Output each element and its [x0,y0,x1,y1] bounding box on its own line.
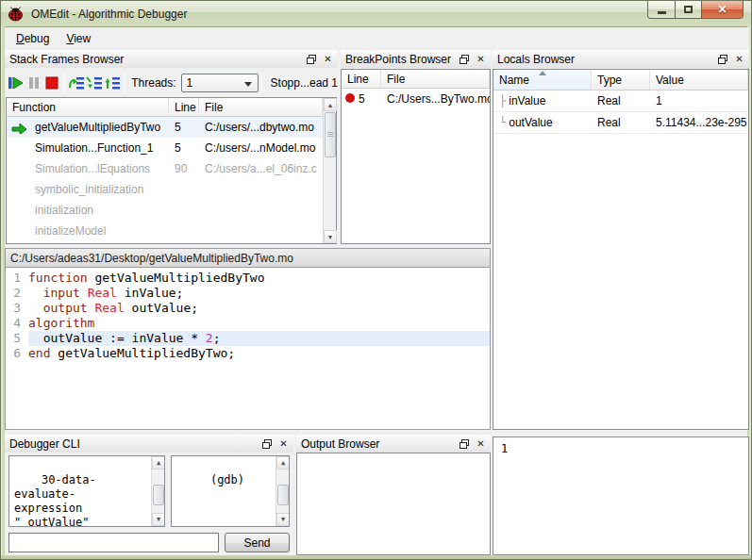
toolbar-separator [124,73,125,93]
stack-frames-title: Stack Frames Browser [9,53,301,66]
scrollbar-thumb[interactable] [325,112,336,157]
scrollbar-thumb[interactable] [153,485,164,505]
code-line: 3 output Real outValue; [6,301,490,316]
table-row[interactable]: Simulation...Function_15C:/users/...nMod… [7,138,323,158]
line-number: 5 [6,331,28,346]
close-icon[interactable]: ✕ [276,437,291,451]
cli-log-scrollbar[interactable]: ▲ ▼ [151,456,164,526]
float-icon[interactable] [259,437,274,451]
code-editor[interactable]: 1function getValueMultipliedByTwo2 input… [5,268,491,430]
column-header-function[interactable]: Function [7,98,169,116]
breakpoints-rows: 5C:/Users...ByTwo.mo [342,89,490,109]
minimize-button[interactable] [647,1,676,19]
close-icon: ✕ [717,3,727,16]
locals-rows: ├inValueReal1└outValueReal5.11434...23e-… [493,91,748,134]
breakpoints-header: Line File [342,70,490,89]
menu-item-debug[interactable]: Debug [8,29,58,48]
table-row[interactable]: initializeModel [7,221,323,241]
code-line: 5 outValue := inValue * 2; [6,331,490,346]
local-name: ├inValue [493,94,592,107]
column-header-file[interactable]: File [381,70,490,88]
breakpoint-line: 5 [342,92,381,106]
float-icon[interactable] [457,437,471,451]
breakpoints-table: Line File 5C:/Users...ByTwo.mo [341,69,491,244]
window-titlebar[interactable]: OMEdit - Algorithmic Debugger ✕ [1,1,751,27]
stack-frame-function: initializeModel [7,224,169,238]
code-text: algorithm [28,316,94,331]
locals-header: Name Type Value [493,70,748,91]
line-number: 2 [6,286,28,301]
scroll-up-icon[interactable]: ▲ [324,98,337,111]
output-browser-content[interactable] [296,453,491,555]
stack-frame-function: getValueMultipliedByTwo [7,121,169,134]
current-frame-arrow-icon [11,123,27,134]
minimize-icon [658,11,666,14]
close-icon[interactable]: ✕ [474,53,488,66]
resume-icon[interactable] [8,71,25,94]
table-row[interactable]: Simulation...lEquations90C:/users/a...el… [7,158,323,179]
output-browser-title: Output Browser [301,437,454,451]
debugger-status: Stopp...ead 1 [271,76,338,90]
float-icon[interactable] [304,53,318,66]
stack-frame-function: symbolic_initialization [7,183,169,196]
menu-item-view[interactable]: View [58,29,99,48]
table-row[interactable]: └outValueReal5.11434...23e-295 [493,112,748,134]
pause-icon[interactable] [25,71,43,94]
stack-frames-header: Function Line File [7,98,323,117]
code-text: outValue := inValue * 2; [28,331,221,346]
column-header-line[interactable]: Line [169,98,199,116]
threads-dropdown[interactable]: 1 [181,74,259,92]
maximize-button[interactable] [676,1,702,19]
close-icon[interactable]: ✕ [474,437,488,451]
scroll-up-icon[interactable]: ▲ [152,456,165,469]
local-name: └outValue [493,116,592,129]
column-header-line[interactable]: Line [342,70,381,88]
column-header-file[interactable]: File [199,98,323,116]
debugger-cli-titlebar: Debugger CLI ✕ [5,435,293,453]
step-over-icon[interactable] [68,71,86,94]
code-text: output Real outValue; [28,301,198,316]
column-header-name[interactable]: Name [493,70,592,90]
scroll-down-icon[interactable]: ▼ [324,230,337,243]
scroll-down-icon[interactable]: ▼ [276,513,290,526]
float-icon[interactable] [715,53,729,66]
cli-command-input[interactable] [8,533,219,552]
column-header-type[interactable]: Type [592,70,650,90]
table-row[interactable]: symbolic_initialization [7,179,323,200]
table-row[interactable]: getValueMultipliedByTwo5C:/users/...dbyt… [7,117,323,138]
editor-file-path: C:/Users/adeas31/Desktop/getValueMultipl… [5,248,491,268]
code-text: function getValueMultipliedByTwo [28,271,264,286]
step-return-icon[interactable] [103,71,121,94]
cli-response-scrollbar[interactable]: ▲ ▼ [276,456,289,526]
local-type: Real [592,116,650,129]
cli-response-log[interactable]: (gdb) ▲ ▼ [171,455,290,527]
scroll-up-icon[interactable]: ▲ [276,456,290,469]
column-header-value[interactable]: Value [650,70,748,90]
send-button[interactable]: Send [225,533,290,552]
stack-frames-scrollbar[interactable]: ▲ ▼ [323,98,336,243]
stop-icon[interactable] [43,71,61,94]
step-into-icon[interactable] [86,71,104,94]
close-button[interactable]: ✕ [702,1,744,19]
table-row[interactable]: initialization [7,200,323,221]
table-row[interactable]: 5C:/Users...ByTwo.mo [342,89,490,109]
stack-frames-rows: getValueMultipliedByTwo5C:/users/...dbyt… [7,117,323,241]
scrollbar-thumb[interactable] [277,485,289,505]
table-row[interactable]: ├inValueReal1 [493,91,748,112]
cli-command-log[interactable]: 30-data-evaluate- expression "_outValue"… [8,455,165,527]
close-icon[interactable]: ✕ [321,53,335,66]
line-number: 4 [6,316,28,331]
float-icon[interactable] [457,53,471,66]
stack-frame-file: C:/users/...dbytwo.mo [199,121,323,134]
stack-frame-function: Simulation...lEquations [7,162,169,175]
window-title: OMEdit - Algorithmic Debugger [31,8,187,21]
debug-toolbar: Threads: 1 Stopp...ead 1 [5,68,338,97]
close-icon[interactable]: ✕ [732,53,746,66]
code-line: 1function getValueMultipliedByTwo [6,271,490,286]
locals-value-preview[interactable]: 1 [493,436,749,555]
breakpoints-title: BreakPoints Browser [345,53,454,66]
scroll-down-icon[interactable]: ▼ [152,513,165,526]
window-controls: ✕ [647,1,744,19]
local-value: 5.11434...23e-295 [650,116,748,129]
stack-frame-file: C:/users/a...el_06inz.c [199,162,323,175]
